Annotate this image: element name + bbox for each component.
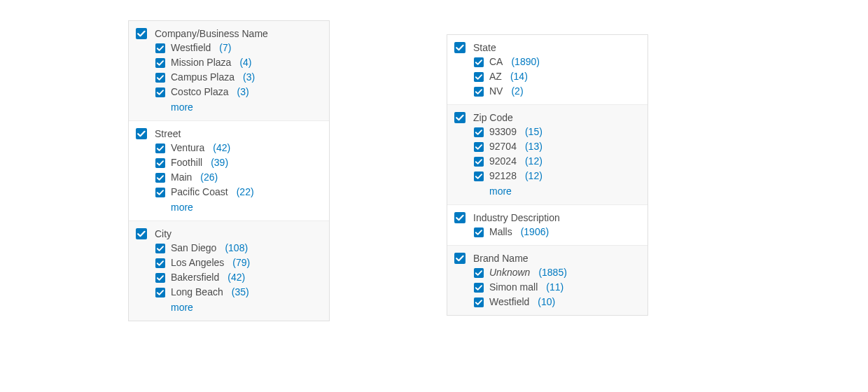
checkbox-group-industry-description[interactable]	[454, 212, 465, 223]
filter-item-label: San Diego	[171, 241, 216, 255]
filter-panel-right: StateCA(1890)AZ(14)NV(2)Zip Code93309(15…	[447, 34, 648, 316]
filter-item-long-beach: Long Beach(35)	[155, 285, 322, 300]
checkbox-item-ca[interactable]	[474, 57, 484, 67]
more-link-company-business-name[interactable]: more	[155, 99, 322, 115]
checkbox-item-92128[interactable]	[474, 172, 484, 181]
more-link-street[interactable]: more	[155, 200, 322, 215]
filter-item-westfield: Westfield(7)	[155, 41, 322, 55]
filter-group-title: Zip Code	[473, 111, 513, 125]
checkbox-item-malls[interactable]	[474, 227, 484, 237]
filter-item-costco-plaza: Costco Plaza(3)	[155, 85, 322, 99]
checkbox-item-92704[interactable]	[474, 142, 484, 152]
filter-item-ventura: Ventura(42)	[155, 141, 322, 155]
filter-group-zip-code: Zip Code93309(15)92704(13)92024(12)92128…	[447, 104, 648, 204]
filter-item-pacific-coast: Pacific Coast(22)	[155, 185, 322, 200]
filter-item-campus-plaza: Campus Plaza(3)	[155, 70, 322, 85]
filter-item-az: AZ(14)	[474, 69, 640, 84]
checkbox-group-brand-name[interactable]	[454, 253, 465, 264]
filter-items: Malls(1906)	[454, 225, 640, 239]
checkbox-group-city[interactable]	[136, 228, 147, 239]
filter-group-street: StreetVentura(42)Foothill(39)Main(26)Pac…	[129, 120, 329, 220]
filter-item-nv: NV(2)	[474, 84, 640, 99]
filter-item-malls: Malls(1906)	[474, 225, 640, 239]
filter-item-count: (79)	[232, 255, 250, 270]
filter-item-label: Malls	[489, 225, 512, 239]
checkbox-item-simon-mall[interactable]	[474, 283, 484, 293]
filter-item-label: Westfield	[171, 41, 211, 55]
checkbox-item-az[interactable]	[474, 72, 484, 82]
filter-item-count: (3)	[243, 70, 255, 85]
checkbox-group-company-business-name[interactable]	[136, 28, 147, 39]
filter-group-title: Company/Business Name	[155, 27, 268, 41]
filter-item-count: (1890)	[511, 55, 539, 69]
checkbox-item-main[interactable]	[155, 173, 165, 183]
filter-item-westfield: Westfield(10)	[474, 295, 640, 309]
filter-item-foothill: Foothill(39)	[155, 155, 322, 170]
filter-item-bakersfield: Bakersfield(42)	[155, 270, 322, 285]
checkbox-item-san-diego[interactable]	[155, 244, 165, 253]
filter-item-count: (11)	[546, 280, 564, 295]
filter-item-92024: 92024(12)	[474, 154, 640, 169]
filter-item-count: (26)	[200, 170, 218, 185]
checkbox-item-93309[interactable]	[474, 127, 484, 137]
filter-group-city: CitySan Diego(108)Los Angeles(79)Bakersf…	[129, 220, 329, 321]
filter-item-count: (4)	[239, 55, 251, 70]
filter-item-label: Foothill	[171, 155, 202, 170]
filter-item-label: Campus Plaza	[171, 70, 234, 85]
filter-group-header-brand-name: Brand Name	[454, 251, 640, 265]
filter-item-label: CA	[489, 55, 503, 69]
checkbox-item-unknown[interactable]	[474, 268, 484, 278]
checkbox-item-costco-plaza[interactable]	[155, 88, 165, 97]
filter-item-93309: 93309(15)	[474, 125, 640, 139]
checkbox-item-westfield[interactable]	[474, 298, 484, 307]
checkbox-item-bakersfield[interactable]	[155, 273, 165, 283]
filter-item-label: 93309	[489, 125, 517, 139]
checkbox-item-foothill[interactable]	[155, 158, 165, 168]
filter-item-count: (42)	[213, 141, 230, 155]
checkbox-item-long-beach[interactable]	[155, 288, 165, 298]
checkbox-group-street[interactable]	[136, 128, 147, 139]
filter-item-unknown: Unknown(1885)	[474, 265, 640, 280]
checkbox-item-mission-plaza[interactable]	[155, 58, 165, 68]
filter-item-count: (39)	[211, 155, 228, 170]
filter-item-count: (13)	[525, 139, 542, 154]
more-link-city[interactable]: more	[155, 300, 322, 315]
filter-panel-left: Company/Business NameWestfield(7)Mission…	[128, 20, 330, 321]
filter-group-title: Brand Name	[473, 251, 528, 265]
filter-item-ca: CA(1890)	[474, 55, 640, 69]
filter-item-92128: 92128(12)	[474, 169, 640, 183]
more-link-zip-code[interactable]: more	[474, 183, 640, 199]
filter-items: Unknown(1885)Simon mall(11)Westfield(10)	[454, 265, 640, 309]
filter-item-label: Simon mall	[489, 280, 538, 295]
filter-items: 93309(15)92704(13)92024(12)92128(12)more	[454, 125, 640, 199]
filter-items: San Diego(108)Los Angeles(79)Bakersfield…	[136, 241, 322, 315]
filter-group-header-industry-description: Industry Description	[454, 211, 640, 225]
filter-items: Westfield(7)Mission Plaza(4)Campus Plaza…	[136, 41, 322, 115]
filter-item-label: 92024	[489, 154, 517, 169]
filter-group-title: Street	[155, 127, 181, 141]
filter-item-count: (2)	[511, 84, 523, 99]
checkbox-item-92024[interactable]	[474, 157, 484, 167]
filter-item-label: Mission Plaza	[171, 55, 231, 70]
filter-item-label: AZ	[489, 69, 502, 84]
checkbox-group-zip-code[interactable]	[454, 112, 465, 123]
filter-item-label: Long Beach	[171, 285, 223, 300]
filter-item-label: Bakersfield	[171, 270, 219, 285]
filter-group-title: Industry Description	[473, 211, 560, 225]
checkbox-item-nv[interactable]	[474, 87, 484, 97]
checkbox-item-ventura[interactable]	[155, 144, 165, 153]
filter-item-label: 92704	[489, 139, 517, 154]
filter-item-count: (14)	[510, 69, 528, 84]
filter-items: Ventura(42)Foothill(39)Main(26)Pacific C…	[136, 141, 322, 215]
checkbox-item-los-angeles[interactable]	[155, 258, 165, 268]
filter-item-label: Pacific Coast	[171, 185, 228, 200]
checkbox-item-pacific-coast[interactable]	[155, 188, 165, 197]
filter-item-count: (1885)	[538, 265, 566, 280]
checkbox-item-campus-plaza[interactable]	[155, 73, 165, 83]
filter-item-label: 92128	[489, 169, 517, 183]
filter-item-count: (108)	[225, 241, 248, 255]
filter-item-count: (22)	[237, 185, 254, 200]
checkbox-group-state[interactable]	[454, 42, 465, 53]
filter-item-count: (3)	[237, 85, 248, 99]
checkbox-item-westfield[interactable]	[155, 43, 165, 53]
